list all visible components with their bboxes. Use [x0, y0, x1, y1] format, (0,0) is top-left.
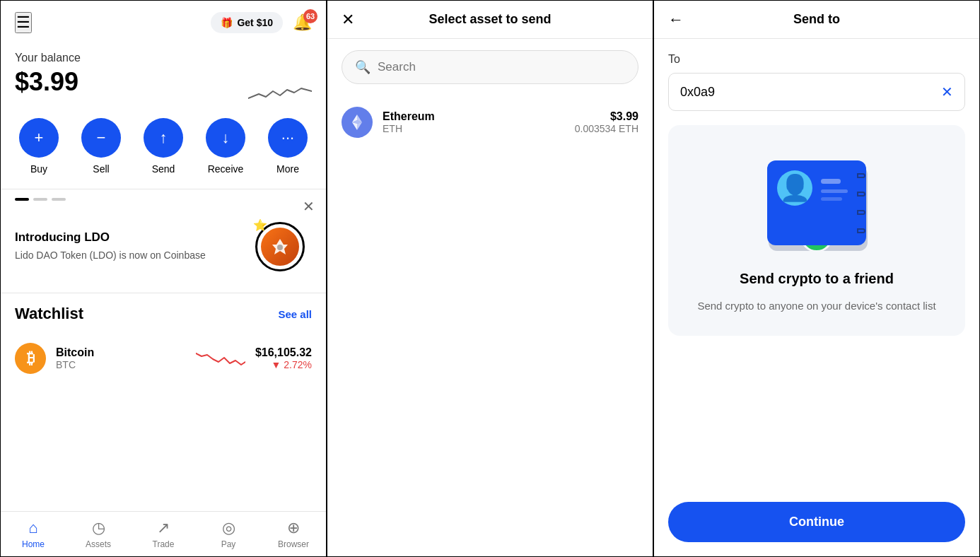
promo-card: ✕ Introducing LDO Lido DAO Token (LDO) i…: [1, 189, 326, 293]
ldo-star-icon: ⭐: [253, 218, 267, 232]
action-buttons: + Buy − Sell ↑ Send ↓ Receive ··· More: [1, 111, 326, 189]
close-button[interactable]: ✕: [342, 11, 354, 29]
receive-button[interactable]: ↓: [206, 118, 245, 158]
clear-address-button[interactable]: ✕: [941, 83, 953, 100]
send-friend-description: Send crypto to anyone on your device's c…: [697, 298, 935, 315]
watchlist-section: Watchlist See all ₿ Bitcoin BTC $16,105.…: [1, 293, 326, 394]
middle-header: ✕ Select asset to send: [327, 1, 653, 39]
promo-dots: [15, 198, 66, 201]
send-friend-title: Send crypto to a friend: [740, 271, 894, 287]
send-to-content: To ✕ 👤: [654, 39, 979, 361]
assets-icon: ◷: [92, 519, 105, 537]
balance-section: Your balance $3.99: [1, 45, 326, 111]
bitcoin-price-info: $16,105.32 ▼ 2.72%: [255, 346, 312, 370]
bitcoin-price: $16,105.32: [255, 346, 312, 359]
nav-pay[interactable]: ◎ Pay: [196, 512, 261, 556]
more-action: ··· More: [268, 118, 308, 175]
bitcoin-change: ▼ 2.72%: [255, 359, 312, 370]
pay-icon: ◎: [222, 519, 235, 537]
send-button[interactable]: ↑: [144, 118, 183, 158]
nav-trade[interactable]: ↗ Trade: [131, 512, 196, 556]
balance-chart: [248, 78, 312, 110]
menu-button[interactable]: ☰: [15, 12, 32, 33]
nav-assets[interactable]: ◷ Assets: [66, 512, 131, 556]
search-input[interactable]: [378, 60, 625, 74]
promo-text: Introducing LDO Lido DAO Token (LDO) is …: [15, 230, 237, 263]
send-action: ↑ Send: [144, 118, 183, 175]
watchlist-header: Watchlist See all: [15, 305, 312, 323]
notification-bell[interactable]: 🔔 63: [293, 13, 312, 32]
send-label: Send: [152, 163, 175, 175]
ethereum-ticker: ETH: [383, 123, 565, 134]
bottom-nav: ⌂ Home ◷ Assets ↗ Trade ◎ Pay ⊕ Browser: [1, 511, 326, 556]
browser-icon: ⊕: [287, 519, 300, 537]
get-money-button[interactable]: 🎁 Get $10: [211, 12, 283, 33]
address-input[interactable]: [680, 85, 941, 100]
contact-illustration: 👤 ✓ Send crypto to a friend Send crypto …: [668, 125, 965, 336]
trade-icon: ↗: [157, 519, 170, 537]
id-card-avatar: 👤: [777, 170, 812, 206]
svg-point-1: [277, 245, 283, 250]
ethereum-usd: $3.99: [575, 110, 638, 123]
search-container: 🔍: [327, 39, 653, 95]
buy-label: Buy: [30, 163, 47, 175]
middle-panel-title: Select asset to send: [428, 12, 551, 27]
nav-home[interactable]: ⌂ Home: [1, 512, 66, 556]
continue-button[interactable]: Continue: [668, 502, 965, 542]
ethereum-list-item[interactable]: Ethereum ETH $3.99 0.003534 ETH: [327, 95, 653, 149]
see-all-link[interactable]: See all: [278, 308, 312, 320]
ethereum-value: $3.99 0.003534 ETH: [575, 110, 638, 134]
bitcoin-ticker: BTC: [56, 359, 186, 370]
more-button[interactable]: ···: [268, 118, 308, 158]
balance-label: Your balance: [15, 52, 312, 64]
bitcoin-icon: ₿: [15, 343, 46, 374]
ethereum-crypto: 0.003534 ETH: [575, 123, 638, 134]
right-panel: ← Send to To ✕: [653, 0, 980, 557]
to-label: To: [668, 53, 965, 66]
sell-action: − Sell: [81, 118, 121, 175]
promo-dot-1: [15, 198, 29, 201]
left-header: ☰ 🎁 Get $10 🔔 63: [1, 1, 326, 45]
promo-close-button[interactable]: ✕: [303, 198, 315, 215]
promo-image: ⭐: [248, 215, 312, 278]
right-header: ← Send to: [654, 1, 979, 39]
sell-button[interactable]: −: [81, 118, 121, 158]
promo-title: Introducing LDO: [15, 230, 237, 245]
notification-badge: 63: [303, 9, 317, 23]
left-panel: ☰ 🎁 Get $10 🔔 63 Your balance $3.99 + Bu…: [0, 0, 327, 557]
ethereum-name: Ethereum: [383, 110, 565, 123]
address-input-container: ✕: [668, 73, 965, 111]
search-box: 🔍: [342, 50, 638, 84]
watchlist-title: Watchlist: [15, 305, 83, 323]
bitcoin-name: Bitcoin: [56, 346, 186, 359]
receive-action: ↓ Receive: [206, 118, 245, 175]
right-panel-title: Send to: [793, 12, 840, 27]
ethereum-icon: [342, 107, 373, 138]
home-icon: ⌂: [28, 519, 37, 537]
receive-label: Receive: [208, 163, 244, 175]
ldo-inner: [261, 228, 299, 266]
back-button[interactable]: ←: [668, 11, 684, 29]
nav-browser[interactable]: ⊕ Browser: [261, 512, 326, 556]
header-right: 🎁 Get $10 🔔 63: [211, 12, 312, 33]
bitcoin-info: Bitcoin BTC: [56, 346, 186, 370]
buy-action: + Buy: [19, 118, 59, 175]
more-label: More: [276, 163, 299, 175]
promo-dot-2: [33, 198, 47, 201]
id-card-wrapper: 👤 ✓: [760, 146, 873, 259]
ldo-token-icon: ⭐: [252, 218, 308, 275]
bitcoin-sparkline: [196, 346, 245, 370]
buy-button[interactable]: +: [19, 118, 59, 158]
ethereum-info: Ethereum ETH: [383, 110, 565, 134]
search-icon: 🔍: [355, 59, 371, 75]
id-card: 👤: [767, 160, 866, 245]
sell-label: Sell: [93, 163, 109, 175]
wallet-icon: 🎁: [221, 17, 233, 28]
promo-dot-3: [52, 198, 66, 201]
bitcoin-list-item[interactable]: ₿ Bitcoin BTC $16,105.32 ▼ 2.72%: [15, 334, 312, 382]
promo-description: Lido DAO Token (LDO) is now on Coinbase: [15, 249, 237, 263]
middle-panel: ✕ Select asset to send 🔍 Ethereum ETH $3…: [327, 0, 653, 557]
